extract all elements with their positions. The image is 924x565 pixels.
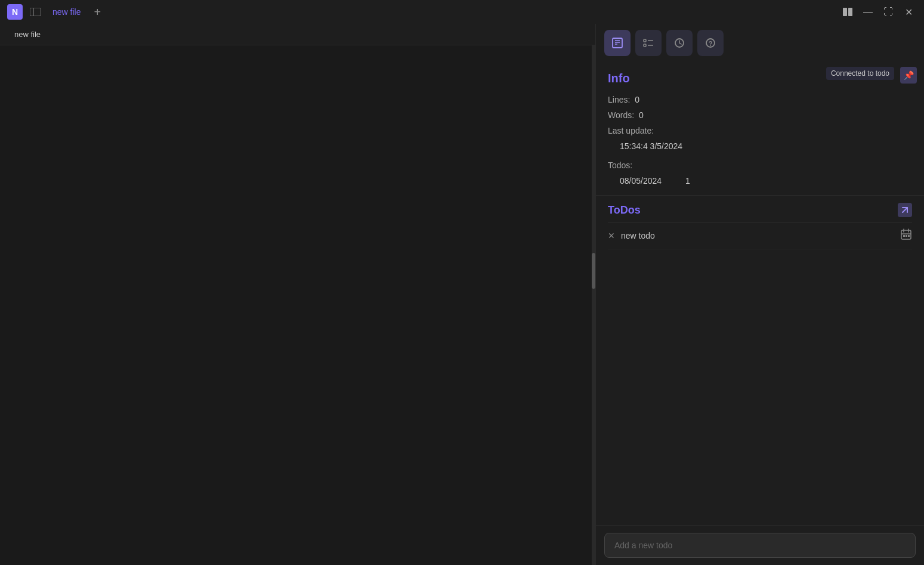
svg-text:?: ? [709, 40, 713, 47]
editor-body[interactable] [0, 45, 595, 565]
panel-content: Info Connected to todo 📌 Lines: 0 Words:… [596, 62, 924, 525]
info-section: Info Connected to todo 📌 Lines: 0 Words:… [596, 62, 924, 196]
window-controls: — ⛶ ✕ [839, 4, 917, 20]
todo-text: new todo [621, 231, 894, 240]
todo-calendar-icon[interactable] [900, 229, 912, 243]
todos-count-label: Todos: [608, 160, 632, 170]
info-lines-row: Lines: 0 [608, 95, 912, 104]
app-logo: N [7, 4, 23, 20]
app-window: N new file + — ⛶ ✕ n [0, 0, 924, 565]
svg-rect-13 [901, 230, 911, 239]
todos-date-value: 08/05/2024 [620, 176, 662, 186]
lines-label: Lines: [608, 95, 630, 104]
toolbar-history-button[interactable] [666, 30, 693, 56]
panel-toolbar: ? [596, 24, 924, 62]
svg-rect-19 [908, 235, 910, 237]
info-last-update-row: Last update: [608, 126, 912, 135]
todos-title: ToDos [608, 204, 641, 217]
svg-rect-0 [30, 8, 41, 16]
todo-delete-icon[interactable]: ✕ [608, 231, 615, 240]
svg-rect-17 [903, 235, 905, 237]
info-todos-row: Todos: [608, 160, 912, 170]
todo-item: ✕ new todo [608, 223, 912, 249]
todos-add-button[interactable] [898, 203, 912, 217]
pin-button[interactable]: 📌 [900, 67, 917, 84]
last-update-label: Last update: [608, 126, 654, 135]
editor-tab[interactable]: new file [7, 27, 48, 41]
todos-date-row: 08/05/2024 1 [620, 176, 912, 186]
layout-button[interactable] [839, 4, 856, 20]
svg-rect-6 [644, 39, 646, 42]
main-content: new file [0, 24, 924, 565]
minimize-button[interactable]: — [860, 4, 876, 20]
toolbar-info-button[interactable] [604, 30, 631, 56]
toolbar-help-button[interactable]: ? [697, 30, 724, 56]
add-todo-input[interactable] [604, 533, 916, 558]
todos-section: ToDos ✕ new todo [596, 196, 924, 525]
toolbar-list-button[interactable] [635, 30, 662, 56]
editor-tab-bar: new file [0, 24, 595, 45]
svg-rect-2 [613, 38, 622, 48]
sidebar-toggle[interactable] [29, 5, 42, 18]
lines-value: 0 [635, 95, 639, 104]
close-button[interactable]: ✕ [900, 4, 917, 20]
right-panel: ? Info Connected to todo 📌 Lines: 0 [596, 24, 924, 565]
editor-area: new file [0, 24, 596, 565]
editor-scrollbar[interactable] [592, 45, 595, 565]
current-tab[interactable]: new file [48, 6, 85, 18]
todos-count-value: 1 [685, 176, 690, 186]
add-todo-container [596, 525, 924, 565]
todos-header: ToDos [608, 196, 912, 223]
words-value: 0 [639, 110, 644, 120]
svg-rect-7 [644, 44, 646, 47]
maximize-button[interactable]: ⛶ [880, 4, 897, 20]
title-bar: N new file + — ⛶ ✕ [0, 0, 924, 24]
info-words-row: Words: 0 [608, 110, 912, 120]
words-label: Words: [608, 110, 634, 120]
last-update-value: 15:34:4 3/5/2024 [620, 141, 912, 151]
svg-rect-18 [906, 235, 907, 237]
scrollbar-thumb [592, 253, 595, 289]
add-tab-button[interactable]: + [94, 5, 101, 19]
connected-tooltip: Connected to todo [826, 67, 894, 80]
